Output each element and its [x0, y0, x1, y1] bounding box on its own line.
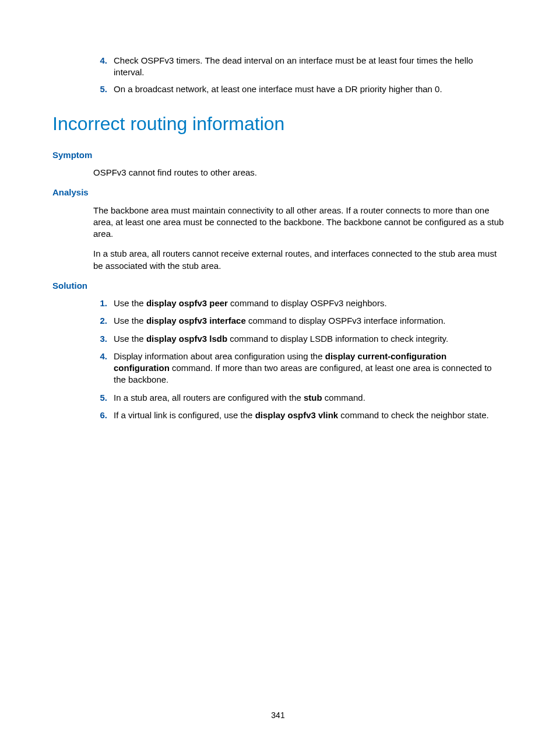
list-text: Display information about area configura… [114, 351, 505, 386]
list-text: Check OSPFv3 timers. The dead interval o… [114, 55, 505, 79]
analysis-para-2: In a stub area, all routers cannot recei… [52, 248, 505, 272]
text-post: command to display LSDB information to c… [227, 334, 448, 344]
list-number: 6. [93, 410, 107, 421]
text-pre: If a virtual link is configured, use the [114, 410, 255, 420]
list-text: In a stub area, all routers are configur… [114, 392, 505, 404]
list-number: 1. [93, 298, 107, 309]
list-text: If a virtual link is configured, use the… [114, 410, 505, 421]
list-number: 2. [93, 315, 107, 327]
list-item: 4. Check OSPFv3 timers. The dead interva… [93, 55, 505, 79]
list-item: 4. Display information about area config… [93, 351, 505, 386]
list-text: Use the display ospfv3 interface command… [114, 315, 505, 327]
list-item: 1. Use the display ospfv3 peer command t… [93, 298, 505, 309]
symptom-heading: Symptom [52, 149, 505, 161]
text-post: command. [322, 393, 365, 402]
top-continuation-list: 4. Check OSPFv3 timers. The dead interva… [52, 55, 505, 95]
list-item: 6. If a virtual link is configured, use … [93, 410, 505, 421]
text-bold: stub [304, 393, 322, 402]
solution-heading: Solution [52, 280, 505, 292]
analysis-para-1: The backbone area must maintain connecti… [52, 205, 505, 240]
page-number: 341 [0, 710, 556, 721]
list-text: Use the display ospfv3 peer command to d… [114, 298, 505, 309]
text-bold: display ospfv3 peer [146, 298, 228, 308]
symptom-text: OSPFv3 cannot find routes to other areas… [52, 167, 505, 178]
text-pre: Use the [114, 298, 146, 308]
list-number: 4. [93, 351, 107, 362]
list-number: 5. [93, 83, 107, 95]
list-number: 3. [93, 333, 107, 345]
list-item: 2. Use the display ospfv3 interface comm… [93, 315, 505, 327]
text-post: command. If more than two areas are conf… [114, 363, 492, 384]
list-item: 5. In a stub area, all routers are confi… [93, 392, 505, 404]
text-bold: display ospfv3 lsdb [146, 334, 227, 344]
text-post: command to display OSPFv3 neighbors. [228, 298, 387, 308]
list-item: 5. On a broadcast network, at least one … [93, 83, 505, 95]
section-heading: Incorrect routing information [52, 111, 505, 136]
text-bold: display ospfv3 interface [146, 316, 246, 326]
text-post: command to check the neighbor state. [338, 410, 488, 420]
analysis-heading: Analysis [52, 187, 505, 198]
list-number: 4. [93, 55, 107, 66]
text-post: command to display OSPFv3 interface info… [246, 316, 446, 326]
list-item: 3. Use the display ospfv3 lsdb command t… [93, 333, 505, 345]
list-text: Use the display ospfv3 lsdb command to d… [114, 333, 505, 345]
document-page: 4. Check OSPFv3 timers. The dead interva… [0, 0, 556, 756]
text-bold: display ospfv3 vlink [255, 410, 339, 420]
solution-list: 1. Use the display ospfv3 peer command t… [52, 298, 505, 421]
list-number: 5. [93, 392, 107, 404]
text-pre: Use the [114, 334, 146, 344]
text-pre: Use the [114, 316, 146, 326]
list-text: On a broadcast network, at least one int… [114, 83, 505, 95]
text-pre: Display information about area configura… [114, 351, 325, 361]
text-pre: In a stub area, all routers are configur… [114, 393, 304, 402]
